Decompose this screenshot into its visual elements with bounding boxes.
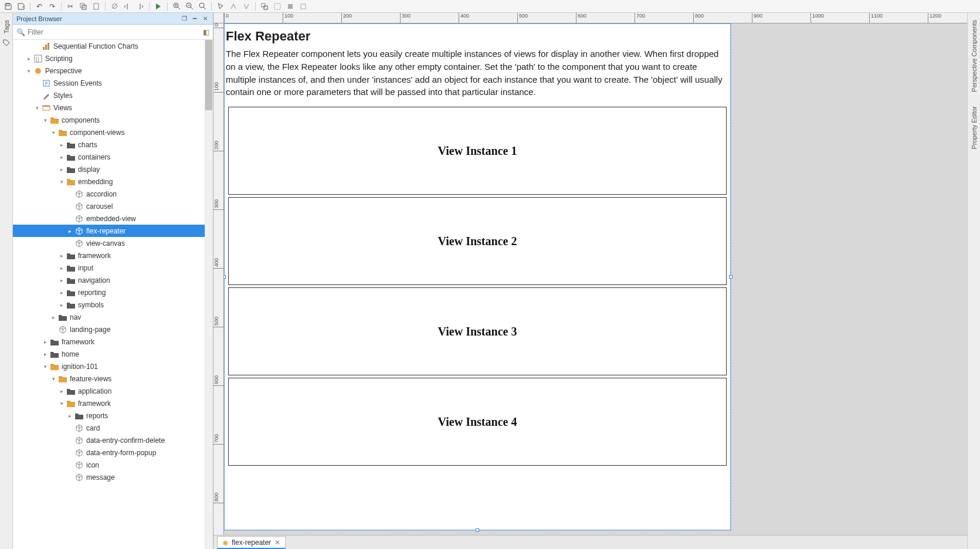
redo-icon[interactable]: ↷ [46, 1, 58, 12]
undo-icon[interactable]: ↶ [33, 1, 45, 12]
tree-node-message[interactable]: message [13, 471, 213, 483]
caret-icon[interactable]: ▸ [67, 228, 73, 234]
group-icon[interactable] [259, 1, 270, 12]
tree-node-home[interactable]: ▸home [13, 348, 213, 360]
caret-icon[interactable]: ▸ [59, 167, 65, 172]
tree-node-flex-repeater[interactable]: ▸flex-repeater [13, 225, 213, 237]
compare-left-icon[interactable] [121, 1, 133, 12]
panel-minimize-icon[interactable]: ━ [191, 15, 199, 23]
zoom-out-icon[interactable] [184, 1, 195, 12]
tree-scrollbar[interactable] [205, 40, 213, 549]
caret-icon[interactable]: ▸ [59, 290, 65, 296]
caret-icon[interactable]: ▸ [42, 351, 49, 357]
ungroup-icon[interactable] [272, 1, 283, 12]
tree-node-reports[interactable]: ▸reports [13, 409, 213, 422]
bug-off-icon[interactable] [108, 1, 120, 12]
caret-icon[interactable]: ▾ [42, 364, 49, 370]
tree-node-framework[interactable]: ▸framework [13, 336, 213, 348]
filter-options-icon[interactable]: ◧ [203, 28, 209, 36]
tree-node-data-entry-form-popup[interactable]: data-entry-form-popup [13, 446, 213, 459]
tree-node-feature-views[interactable]: ▾feature-views [13, 372, 213, 385]
cut-icon[interactable]: ✂ [65, 1, 76, 12]
route-1-icon[interactable] [228, 1, 239, 12]
tree-node-nav[interactable]: ▸nav [13, 311, 213, 323]
view-instance-3[interactable]: View Instance 3 [228, 287, 727, 375]
caret-icon[interactable]: ▸ [26, 56, 32, 62]
caret-icon[interactable]: ▸ [42, 339, 49, 345]
panel-close-icon[interactable]: ✕ [201, 15, 209, 23]
tree-node-components[interactable]: ▾components [13, 114, 213, 126]
tree-node-display[interactable]: ▸display [13, 163, 213, 175]
caret-icon[interactable]: ▸ [59, 277, 65, 283]
tree-node-component-views[interactable]: ▾component-views [13, 126, 213, 138]
caret-icon[interactable]: ▾ [50, 130, 57, 135]
caret-icon[interactable]: ▸ [59, 142, 65, 148]
caret-icon[interactable]: ▾ [59, 179, 65, 185]
tree-node-Views[interactable]: ▾Views [13, 101, 213, 114]
tree-node-Scripting[interactable]: ▸{}Scripting [13, 52, 213, 65]
tree-node-carousel[interactable]: carousel [13, 200, 213, 212]
tree-node-landing-page[interactable]: landing-page [13, 323, 213, 336]
caret-icon[interactable]: ▾ [42, 117, 49, 123]
caret-icon[interactable]: ▸ [50, 314, 57, 320]
tree-node-Session-Events[interactable]: Session Events [13, 77, 213, 89]
copy-icon[interactable] [77, 1, 89, 12]
compare-right-icon[interactable] [134, 1, 146, 12]
view-instance-2[interactable]: View Instance 2 [228, 197, 727, 285]
tree-node-charts[interactable]: ▸charts [13, 138, 213, 151]
selection-handle[interactable] [224, 275, 226, 279]
selection-handle[interactable] [729, 275, 733, 279]
tree-node-input[interactable]: ▸input [13, 262, 213, 274]
tree-node-icon[interactable]: icon [13, 459, 213, 471]
zoom-fit-icon[interactable] [196, 1, 208, 12]
pointer-icon[interactable] [215, 1, 226, 12]
close-icon[interactable]: ✕ [274, 538, 280, 547]
caret-icon[interactable]: ▾ [50, 376, 57, 382]
tree-node-reporting[interactable]: ▸reporting [13, 286, 213, 299]
property-editor-tab[interactable]: Property Editor [969, 103, 979, 152]
align-2-icon[interactable] [297, 1, 309, 12]
project-tree[interactable]: Sequential Function Charts▸{}Scripting▾P… [13, 40, 213, 549]
tree-node-containers[interactable]: ▸containers [13, 151, 213, 163]
tree-node-ignition-101[interactable]: ▾ignition-101 [13, 360, 213, 372]
caret-icon[interactable]: ▸ [67, 413, 73, 419]
caret-icon[interactable]: ▸ [59, 302, 65, 308]
design-surface[interactable]: Flex Repeater The Flex Repeater componen… [224, 23, 967, 535]
view-root[interactable]: Flex Repeater The Flex Repeater componen… [224, 23, 731, 530]
components-tab[interactable]: Perspective Components [969, 16, 979, 96]
tree-node-card[interactable]: card [13, 422, 213, 434]
route-2-icon[interactable] [240, 1, 252, 12]
save-as-icon[interactable] [15, 1, 27, 12]
tags-tab[interactable]: Tags [2, 16, 11, 37]
tree-node-Sequential-Function-Charts[interactable]: Sequential Function Charts [13, 40, 213, 52]
tree-node-Styles[interactable]: Styles [13, 89, 213, 101]
tree-node-framework[interactable]: ▸framework [13, 249, 213, 262]
view-instance-4[interactable]: View Instance 4 [228, 378, 727, 466]
caret-icon[interactable]: ▾ [26, 68, 32, 74]
caret-icon[interactable]: ▸ [59, 388, 65, 394]
panel-restore-icon[interactable]: ❐ [180, 15, 188, 23]
tree-node-Perspective[interactable]: ▾Perspective [13, 65, 213, 77]
tree-node-framework[interactable]: ▾framework [13, 397, 213, 409]
filter-input[interactable] [28, 28, 203, 36]
tree-node-embedded-view[interactable]: embedded-view [13, 212, 213, 225]
tree-node-navigation[interactable]: ▸navigation [13, 274, 213, 286]
caret-icon[interactable]: ▸ [59, 154, 65, 160]
tree-node-application[interactable]: ▸application [13, 385, 213, 397]
tab-flex-repeater[interactable]: ◉ flex-repeater ✕ [217, 536, 286, 549]
tree-node-data-entry-confirm-delete[interactable]: data-entry-confirm-delete [13, 434, 213, 446]
align-1-icon[interactable] [284, 1, 296, 12]
caret-icon[interactable]: ▸ [59, 253, 65, 259]
tree-node-embedding[interactable]: ▾embedding [13, 175, 213, 188]
caret-icon[interactable]: ▸ [59, 265, 65, 271]
view-instance-1[interactable]: View Instance 1 [228, 107, 727, 195]
paste-icon[interactable] [90, 1, 102, 12]
caret-icon[interactable]: ▾ [59, 401, 65, 406]
play-icon[interactable] [152, 1, 164, 12]
tree-node-view-canvas[interactable]: view-canvas [13, 237, 213, 249]
tree-node-symbols[interactable]: ▸symbols [13, 299, 213, 311]
caret-icon[interactable]: ▾ [34, 105, 40, 111]
selection-handle[interactable] [476, 528, 479, 532]
tree-node-accordion[interactable]: accordion [13, 188, 213, 200]
save-icon[interactable] [2, 1, 14, 12]
